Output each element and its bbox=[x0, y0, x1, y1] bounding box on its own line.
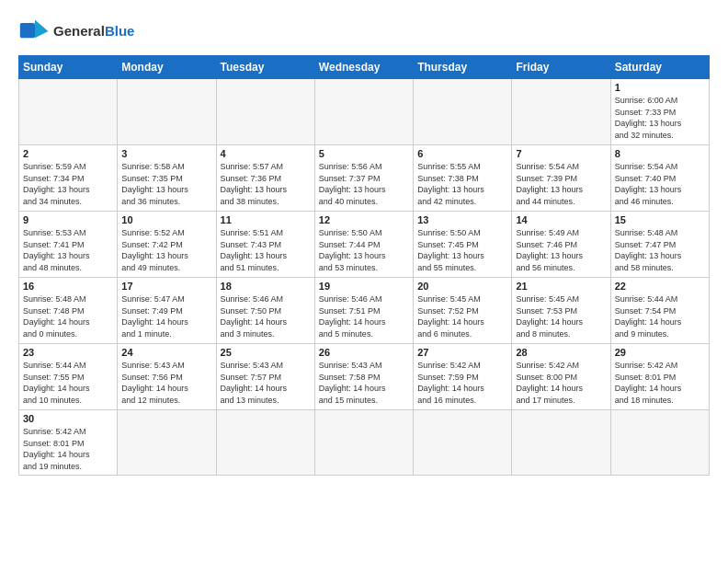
day-info: Sunrise: 5:50 AMSunset: 7:45 PMDaylight:… bbox=[417, 227, 507, 273]
calendar-day: 20Sunrise: 5:45 AMSunset: 7:52 PMDayligh… bbox=[414, 278, 512, 344]
calendar-day: 26Sunrise: 5:43 AMSunset: 7:58 PMDayligh… bbox=[314, 344, 413, 410]
day-info: Sunrise: 5:42 AMSunset: 8:01 PMDaylight:… bbox=[615, 360, 705, 406]
day-info: Sunrise: 5:59 AMSunset: 7:34 PMDaylight:… bbox=[23, 161, 113, 207]
calendar-day: 8Sunrise: 5:54 AMSunset: 7:40 PMDaylight… bbox=[610, 145, 709, 212]
day-info: Sunrise: 5:42 AMSunset: 8:00 PMDaylight:… bbox=[516, 360, 606, 406]
calendar-day: 15Sunrise: 5:48 AMSunset: 7:47 PMDayligh… bbox=[610, 212, 709, 278]
calendar-day: 21Sunrise: 5:45 AMSunset: 7:53 PMDayligh… bbox=[512, 278, 610, 344]
day-info: Sunrise: 5:54 AMSunset: 7:40 PMDaylight:… bbox=[615, 161, 705, 207]
day-number: 22 bbox=[615, 281, 705, 292]
day-number: 27 bbox=[417, 347, 507, 358]
calendar-day: 13Sunrise: 5:50 AMSunset: 7:45 PMDayligh… bbox=[414, 212, 512, 278]
calendar-page: GeneralBlue Sunday Monday Tuesday Wednes… bbox=[0, 0, 728, 485]
calendar-day: 22Sunrise: 5:44 AMSunset: 7:54 PMDayligh… bbox=[610, 278, 709, 344]
day-number: 10 bbox=[121, 214, 211, 225]
day-info: Sunrise: 5:45 AMSunset: 7:52 PMDaylight:… bbox=[417, 293, 507, 339]
calendar-day: 6Sunrise: 5:55 AMSunset: 7:38 PMDaylight… bbox=[414, 145, 512, 212]
calendar-day bbox=[216, 79, 314, 145]
day-number: 19 bbox=[319, 281, 409, 292]
calendar-day: 17Sunrise: 5:47 AMSunset: 7:49 PMDayligh… bbox=[118, 278, 216, 344]
day-info: Sunrise: 5:50 AMSunset: 7:44 PMDaylight:… bbox=[319, 227, 409, 273]
day-info: Sunrise: 5:48 AMSunset: 7:47 PMDaylight:… bbox=[615, 227, 705, 273]
calendar-day bbox=[314, 79, 413, 145]
day-number: 9 bbox=[23, 214, 113, 225]
col-wednesday: Wednesday bbox=[314, 56, 413, 79]
day-info: Sunrise: 5:47 AMSunset: 7:49 PMDaylight:… bbox=[121, 293, 211, 339]
day-info: Sunrise: 5:46 AMSunset: 7:51 PMDaylight:… bbox=[319, 293, 409, 339]
day-info: Sunrise: 5:56 AMSunset: 7:37 PMDaylight:… bbox=[319, 161, 409, 207]
day-info: Sunrise: 5:42 AMSunset: 7:59 PMDaylight:… bbox=[417, 360, 507, 406]
calendar-day bbox=[414, 79, 512, 145]
calendar-day: 7Sunrise: 5:54 AMSunset: 7:39 PMDaylight… bbox=[512, 145, 610, 212]
day-info: Sunrise: 5:44 AMSunset: 7:55 PMDaylight:… bbox=[23, 360, 113, 406]
col-thursday: Thursday bbox=[414, 56, 512, 79]
svg-rect-0 bbox=[20, 23, 35, 38]
col-monday: Monday bbox=[118, 56, 216, 79]
header: GeneralBlue bbox=[18, 15, 710, 48]
day-info: Sunrise: 5:53 AMSunset: 7:41 PMDaylight:… bbox=[23, 227, 113, 273]
col-friday: Friday bbox=[512, 56, 610, 79]
day-number: 11 bbox=[221, 214, 311, 225]
calendar-day: 2Sunrise: 5:59 AMSunset: 7:34 PMDaylight… bbox=[19, 145, 118, 212]
calendar-day: 19Sunrise: 5:46 AMSunset: 7:51 PMDayligh… bbox=[314, 278, 413, 344]
calendar-day: 29Sunrise: 5:42 AMSunset: 8:01 PMDayligh… bbox=[610, 344, 709, 410]
calendar-day: 3Sunrise: 5:58 AMSunset: 7:35 PMDaylight… bbox=[118, 145, 216, 212]
col-tuesday: Tuesday bbox=[216, 56, 314, 79]
calendar-day: 27Sunrise: 5:42 AMSunset: 7:59 PMDayligh… bbox=[414, 344, 512, 410]
day-info: Sunrise: 5:48 AMSunset: 7:48 PMDaylight:… bbox=[23, 293, 113, 339]
day-info: Sunrise: 5:43 AMSunset: 7:57 PMDaylight:… bbox=[221, 360, 311, 406]
day-number: 6 bbox=[417, 148, 507, 159]
day-number: 5 bbox=[319, 148, 409, 159]
day-info: Sunrise: 5:55 AMSunset: 7:38 PMDaylight:… bbox=[417, 161, 507, 207]
day-info: Sunrise: 5:57 AMSunset: 7:36 PMDaylight:… bbox=[221, 161, 311, 207]
calendar-day: 10Sunrise: 5:52 AMSunset: 7:42 PMDayligh… bbox=[118, 212, 216, 278]
logo-area: GeneralBlue bbox=[18, 15, 134, 48]
calendar-day: 14Sunrise: 5:49 AMSunset: 7:46 PMDayligh… bbox=[512, 212, 610, 278]
day-number: 26 bbox=[319, 347, 409, 358]
day-info: Sunrise: 5:43 AMSunset: 7:56 PMDaylight:… bbox=[121, 360, 211, 406]
calendar-day bbox=[610, 410, 709, 476]
calendar-day: 5Sunrise: 5:56 AMSunset: 7:37 PMDaylight… bbox=[314, 145, 413, 212]
day-number: 18 bbox=[221, 281, 311, 292]
day-number: 21 bbox=[516, 281, 606, 292]
col-saturday: Saturday bbox=[610, 56, 709, 79]
day-info: Sunrise: 5:51 AMSunset: 7:43 PMDaylight:… bbox=[221, 227, 311, 273]
logo-text: GeneralBlue bbox=[53, 24, 134, 40]
calendar-day: 24Sunrise: 5:43 AMSunset: 7:56 PMDayligh… bbox=[118, 344, 216, 410]
calendar-day: 9Sunrise: 5:53 AMSunset: 7:41 PMDaylight… bbox=[19, 212, 118, 278]
calendar-day bbox=[118, 79, 216, 145]
day-number: 4 bbox=[221, 148, 311, 159]
day-number: 28 bbox=[516, 347, 606, 358]
day-number: 29 bbox=[615, 347, 705, 358]
calendar-day: 28Sunrise: 5:42 AMSunset: 8:00 PMDayligh… bbox=[512, 344, 610, 410]
calendar-table: Sunday Monday Tuesday Wednesday Thursday… bbox=[18, 55, 710, 476]
day-number: 7 bbox=[516, 148, 606, 159]
day-number: 24 bbox=[121, 347, 211, 358]
day-number: 2 bbox=[23, 148, 113, 159]
day-number: 20 bbox=[417, 281, 507, 292]
day-number: 3 bbox=[121, 148, 211, 159]
day-number: 12 bbox=[319, 214, 409, 225]
calendar-day: 16Sunrise: 5:48 AMSunset: 7:48 PMDayligh… bbox=[19, 278, 118, 344]
day-info: Sunrise: 5:52 AMSunset: 7:42 PMDaylight:… bbox=[121, 227, 211, 273]
day-number: 17 bbox=[121, 281, 211, 292]
calendar-day: 23Sunrise: 5:44 AMSunset: 7:55 PMDayligh… bbox=[19, 344, 118, 410]
generalblue-logo-icon bbox=[18, 15, 51, 48]
svg-marker-1 bbox=[35, 19, 48, 38]
day-info: Sunrise: 5:54 AMSunset: 7:39 PMDaylight:… bbox=[516, 161, 606, 207]
day-number: 23 bbox=[23, 347, 113, 358]
day-number: 15 bbox=[615, 214, 705, 225]
calendar-day bbox=[118, 410, 216, 476]
col-sunday: Sunday bbox=[19, 56, 118, 79]
calendar-day bbox=[512, 410, 610, 476]
calendar-day: 30Sunrise: 5:42 AMSunset: 8:01 PMDayligh… bbox=[19, 410, 118, 476]
day-info: Sunrise: 5:49 AMSunset: 7:46 PMDaylight:… bbox=[516, 227, 606, 273]
day-info: Sunrise: 5:45 AMSunset: 7:53 PMDaylight:… bbox=[516, 293, 606, 339]
day-number: 1 bbox=[615, 82, 705, 93]
day-info: Sunrise: 5:58 AMSunset: 7:35 PMDaylight:… bbox=[121, 161, 211, 207]
day-info: Sunrise: 5:43 AMSunset: 7:58 PMDaylight:… bbox=[319, 360, 409, 406]
calendar-day: 4Sunrise: 5:57 AMSunset: 7:36 PMDaylight… bbox=[216, 145, 314, 212]
day-info: Sunrise: 5:46 AMSunset: 7:50 PMDaylight:… bbox=[221, 293, 311, 339]
day-number: 13 bbox=[417, 214, 507, 225]
day-number: 30 bbox=[23, 413, 113, 424]
